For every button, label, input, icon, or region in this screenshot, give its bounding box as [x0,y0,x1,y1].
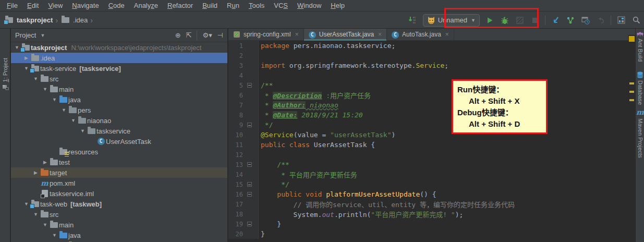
gutter-cell[interactable]: 11 [228,140,259,150]
gutter-cell[interactable]: 5 [228,80,259,90]
code-editor[interactable]: 1package pers.niaonao.taskservice;23impo… [228,41,628,242]
run-button[interactable] [484,15,495,26]
commit-button[interactable] [565,15,576,26]
menu-item-file[interactable]: File [2,1,22,10]
tree-expand-closed-icon[interactable]: ▶ [22,55,30,60]
fold-marker-icon[interactable] [243,123,256,127]
tab-close-icon[interactable]: × [378,31,382,38]
gutter-cell[interactable]: 17 [228,199,259,209]
tree-item-java[interactable]: ▼java [11,94,227,105]
gutter-cell[interactable]: 10 [228,130,259,140]
fold-marker-icon[interactable] [243,182,256,187]
tree-expand-open-icon[interactable]: ▼ [69,118,77,123]
warning-stripe-mark[interactable] [629,91,634,93]
tree-item-taskproject[interactable]: ▼taskprojectN:\work\workspace\jedaprojec… [11,42,227,53]
restore-layout-button[interactable] [616,15,626,26]
gutter-cell[interactable]: 13 [228,160,259,170]
gutter-cell[interactable]: 7 [228,100,259,110]
search-everywhere-button[interactable] [631,15,641,26]
gutter-cell[interactable]: 4 [228,70,259,80]
tree-expand-open-icon[interactable]: ▼ [79,128,87,134]
tree-item-task-service[interactable]: ▼task-service[taskservice] [11,63,227,74]
fold-marker-icon[interactable] [243,162,256,167]
menu-item-vcs[interactable]: VCS [269,1,293,10]
tree-item-main[interactable]: ▼main [11,84,227,94]
tree-expand-closed-icon[interactable]: ▶ [32,170,40,175]
tree-expand-open-icon[interactable]: ▼ [41,222,49,227]
tree-expand-open-icon[interactable]: ▼ [51,97,58,102]
update-project-button[interactable] [550,15,561,26]
tab-close-icon[interactable]: × [295,31,299,38]
editor-tab-spring-config.xml[interactable]: spring-config.xml× [228,29,304,40]
tree-expand-open-icon[interactable]: ▼ [22,201,30,207]
tab-close-icon[interactable]: × [445,31,449,38]
tree-item-niaonao[interactable]: ▼niaonao [11,115,227,126]
tree-item-java[interactable]: ▼java [11,230,227,240]
menu-item-navigate[interactable]: Navigate [67,1,103,10]
gutter-cell[interactable]: 18 [228,209,259,219]
menu-item-edit[interactable]: Edit [22,1,43,10]
fold-marker-icon[interactable] [243,83,256,88]
collapse-all-icon[interactable]: ⇱ [186,32,192,39]
gutter-cell[interactable]: 15 [228,179,259,189]
tree-item-main[interactable]: ▼main [11,220,227,230]
gutter-cell[interactable]: 14 [228,170,259,179]
project-view-selector[interactable]: Project ▼ [15,31,175,39]
breadcrumb-item-idea[interactable]: .idea [60,16,88,24]
editor-tab-AutoTask.java[interactable]: CAutoTask.java× [387,29,454,40]
tree-item-resources[interactable]: resources [11,147,227,157]
gutter-cell[interactable]: 12 [228,150,259,160]
tree-item-test[interactable]: ▶test [11,157,227,167]
tree-expand-open-icon[interactable]: ▼ [32,76,40,81]
warning-stripe-mark[interactable] [629,99,634,101]
gutter-cell[interactable]: 3 [228,60,259,70]
editor-error-stripe[interactable] [628,29,635,242]
tree-item-task-web[interactable]: ▼task-web[taskweb] [11,199,227,209]
gutter-cell[interactable]: 16 [228,189,259,199]
menu-item-tools[interactable]: Tools [244,1,269,10]
gutter-cell[interactable]: 2 [228,51,259,60]
tree-item-.idea[interactable]: ▶.idea [11,53,227,63]
menu-item-build[interactable]: Build [198,1,222,10]
gutter-cell[interactable]: 8 [228,110,259,120]
gutter-cell[interactable]: 9 [228,120,259,130]
menu-item-analyze[interactable]: Analyze [129,1,163,10]
tool-window-button-maven-projects[interactable]: mMaven Projects [636,108,644,158]
locate-icon[interactable]: ⊕ [175,32,181,39]
tree-item-src[interactable]: ▼src [11,74,227,84]
tool-window-button-database[interactable]: Database [636,71,644,105]
debug-button[interactable] [500,15,510,26]
tree-item-pom.xml[interactable]: mpom.xml [11,178,227,188]
gutter-cell[interactable]: 6 [228,90,259,100]
tree-expand-open-icon[interactable]: ▼ [60,107,68,113]
tree-item-target[interactable]: ▶target [11,167,227,178]
tool-window-button-ant-build[interactable]: Ant Build [636,30,644,62]
run-configuration-combo[interactable]: Unnamed▼ [423,14,480,27]
tree-expand-open-icon[interactable]: ▼ [22,66,30,71]
inspection-status-indicator[interactable] [629,36,635,42]
gutter-cell[interactable]: 20 [228,229,259,239]
fold-marker-icon[interactable] [243,222,256,226]
menu-item-window[interactable]: Window [293,1,326,10]
tree-item-taskservice[interactable]: ▼taskservice [11,126,227,136]
tree-expand-open-icon[interactable]: ▼ [41,87,49,92]
gutter-cell[interactable]: 1 [228,41,259,51]
tree-item-UserAssetTask[interactable]: CUserAssetTask [11,136,227,147]
settings-gear-icon[interactable]: ⚙▾ [202,32,212,39]
tree-item-src[interactable]: ▼src [11,209,227,220]
tree-expand-open-icon[interactable]: ▼ [51,233,58,238]
menu-item-refactor[interactable]: Refactor [163,1,198,10]
tree-expand-open-icon[interactable]: ▼ [32,212,40,217]
tree-item-pers[interactable]: ▼pers [11,105,227,115]
menu-item-help[interactable]: Help [326,1,349,10]
tool-window-button-project[interactable]: 1: Project [0,58,10,90]
vcs-get-button[interactable]: 011001 [408,15,418,26]
warning-stripe-mark[interactable] [629,82,634,84]
fold-marker-icon[interactable] [243,192,256,197]
menu-item-run[interactable]: Run [222,1,244,10]
tree-expand-closed-icon[interactable]: ▶ [41,160,49,165]
tree-expand-open-icon[interactable]: ▼ [13,45,21,50]
gutter-cell[interactable]: 19 [228,219,259,229]
editor-tab-UserAssetTask.java[interactable]: CUserAssetTask.java× [304,29,387,40]
menu-item-code[interactable]: Code [104,1,129,10]
